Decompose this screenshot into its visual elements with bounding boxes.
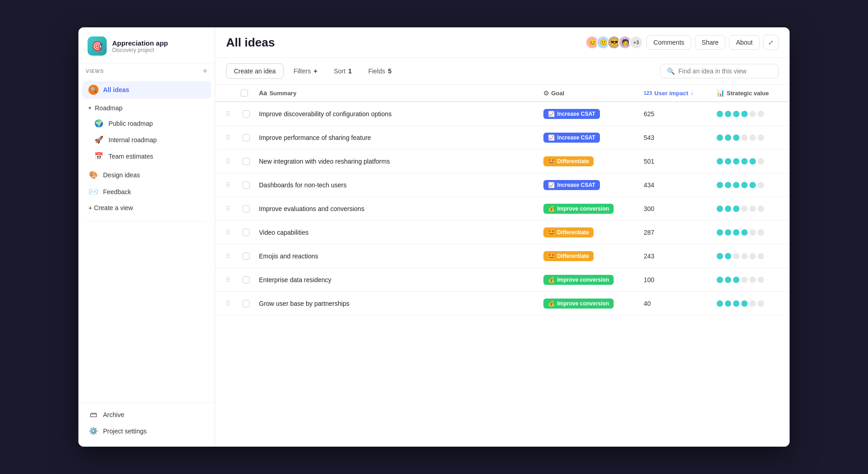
fields-label: Fields [368, 67, 385, 75]
row-summary: Improve performance of sharing feature [255, 129, 540, 147]
drag-handle-icon[interactable]: ⠿ [219, 110, 237, 118]
all-ideas-icon: 🔍 [88, 85, 98, 95]
settings-icon: ⚙️ [88, 427, 98, 435]
row-goal: 💰 Improve conversion [540, 295, 640, 312]
select-all-checkbox[interactable] [241, 89, 248, 97]
row-checkbox[interactable] [243, 229, 250, 236]
views-add-button[interactable]: + [202, 67, 207, 75]
drag-handle-icon[interactable]: ⠿ [219, 229, 237, 236]
table-row[interactable]: ⠿ Improve discoverability of configurati… [215, 102, 790, 126]
row-checkbox[interactable] [243, 300, 250, 307]
row-checkbox[interactable] [243, 181, 250, 189]
drag-handle-icon[interactable]: ⠿ [219, 158, 237, 165]
table-row[interactable]: ⠿ Emojis and reactions 🤩 Differentiate 2… [215, 244, 790, 268]
app-title-group: Appreciation app Discovery project [112, 39, 168, 53]
strategic-dot [758, 277, 764, 283]
filters-label: Filters [294, 67, 311, 75]
strategic-dot [749, 277, 756, 283]
filters-button[interactable]: Filters + [287, 64, 324, 78]
impact-col-label: User impact [654, 90, 688, 97]
drag-handle-icon[interactable]: ⠿ [219, 134, 237, 141]
app-logo-icon: 🎯 [88, 36, 107, 56]
goal-label: Improve conversion [557, 277, 609, 283]
search-box[interactable]: 🔍 [660, 64, 779, 78]
strategic-dot [741, 158, 748, 165]
drag-handle-icon[interactable]: ⠿ [219, 205, 237, 212]
table-row[interactable]: ⠿ Improve performance of sharing feature… [215, 126, 790, 149]
avatars-group: 😊 🙂 😎 🧑 +3 [585, 36, 643, 49]
goal-label: Increase CSAT [557, 134, 595, 141]
row-summary: Video capabilities [255, 223, 540, 242]
sidebar-item-design-ideas[interactable]: 🎨 Design ideas [82, 167, 211, 183]
sidebar-item-project-settings[interactable]: ⚙️ Project settings [82, 423, 211, 439]
drag-handle-icon[interactable]: ⠿ [219, 276, 237, 283]
row-checkbox[interactable] [243, 134, 250, 141]
internal-roadmap-icon: 🚀 [94, 135, 104, 144]
table-row[interactable]: ⠿ Video capabilities 🤩 Differentiate 287 [215, 221, 790, 244]
goal-badge: 💰 Improve conversion [543, 204, 614, 214]
strategic-dot [749, 253, 756, 259]
roadmap-header[interactable]: ▾ Roadmap [82, 101, 211, 115]
goal-badge: 📈 Increase CSAT [543, 133, 600, 143]
sidebar-item-public-roadmap[interactable]: 🌍 Public roadmap [88, 115, 211, 131]
row-checkbox[interactable] [243, 158, 250, 165]
fields-button[interactable]: Fields 5 [362, 64, 398, 78]
row-summary: Dashboards for non-tech users [255, 176, 540, 194]
search-icon: 🔍 [667, 67, 675, 75]
table-row[interactable]: ⠿ Improve evaluations and conversions 💰 … [215, 197, 790, 221]
th-goal[interactable]: ⊙ Goal [540, 85, 640, 101]
strategic-dot [717, 300, 723, 307]
sort-button[interactable]: Sort 1 [327, 64, 358, 78]
about-button[interactable]: About [729, 35, 760, 50]
strategic-dot [733, 253, 739, 259]
sidebar-item-internal-roadmap[interactable]: 🚀 Internal roadmap [88, 132, 211, 148]
row-checkbox-cell [237, 158, 255, 165]
th-strategic[interactable]: 📊 Strategic value [713, 85, 786, 101]
table-row[interactable]: ⠿ Dashboards for non-tech users 📈 Increa… [215, 173, 790, 197]
design-ideas-label: Design ideas [103, 171, 140, 179]
comments-button[interactable]: Comments [646, 35, 691, 50]
sidebar-item-team-estimates[interactable]: 📅 Team estimates [88, 148, 211, 164]
strategic-dot [725, 300, 731, 307]
row-checkbox-cell [237, 229, 255, 236]
drag-handle-icon[interactable]: ⠿ [219, 181, 237, 189]
th-impact[interactable]: 123 User impact ↓ [640, 85, 713, 101]
sidebar-item-create-view[interactable]: + Create a view [82, 201, 211, 215]
create-idea-button[interactable]: Create an idea [226, 63, 284, 79]
table-row[interactable]: ⠿ Enterprise data residency 💰 Improve co… [215, 268, 790, 292]
public-roadmap-label: Public roadmap [108, 120, 153, 127]
row-checkbox[interactable] [243, 252, 250, 260]
goal-badge: 🤩 Differentiate [543, 251, 594, 261]
sidebar-item-feedback[interactable]: ✉️ Feedback [82, 184, 211, 200]
goal-emoji: 🤩 [548, 158, 555, 165]
row-impact: 300 [640, 201, 713, 216]
header-right: 😊 🙂 😎 🧑 +3 Comments Share About ⤢ [585, 35, 779, 50]
table-row[interactable]: ⠿ Grow user base by partnerships 💰 Impro… [215, 292, 790, 315]
row-summary: Enterprise data residency [255, 271, 540, 289]
row-goal: 🤩 Differentiate [540, 247, 640, 265]
strategic-dot [725, 158, 731, 165]
drag-handle-icon[interactable]: ⠿ [219, 300, 237, 307]
expand-button[interactable]: ⤢ [763, 35, 779, 50]
row-strategic [713, 155, 786, 168]
strategic-dot [741, 182, 748, 188]
th-summary[interactable]: Aa Summary [255, 85, 540, 101]
feedback-icon: ✉️ [88, 187, 98, 196]
roadmap-label: Roadmap [95, 104, 123, 112]
table-row[interactable]: ⠿ New integration with video resharing p… [215, 149, 790, 173]
strategic-dot [741, 253, 748, 259]
sidebar-item-archive[interactable]: 🗃 Archive [82, 407, 211, 422]
app-subtitle: Discovery project [112, 47, 168, 53]
share-button[interactable]: Share [695, 35, 725, 50]
drag-handle-icon[interactable]: ⠿ [219, 252, 237, 260]
goal-badge: 📈 Increase CSAT [543, 180, 600, 190]
search-input[interactable] [678, 67, 772, 75]
row-checkbox[interactable] [243, 205, 250, 212]
row-checkbox[interactable] [243, 110, 250, 118]
row-checkbox[interactable] [243, 276, 250, 283]
goal-badge: 💰 Improve conversion [543, 275, 614, 285]
row-strategic [713, 297, 786, 310]
sidebar-item-all-ideas[interactable]: 🔍 All ideas [82, 81, 211, 98]
row-checkbox-cell [237, 252, 255, 260]
row-goal: 🤩 Differentiate [540, 153, 640, 170]
